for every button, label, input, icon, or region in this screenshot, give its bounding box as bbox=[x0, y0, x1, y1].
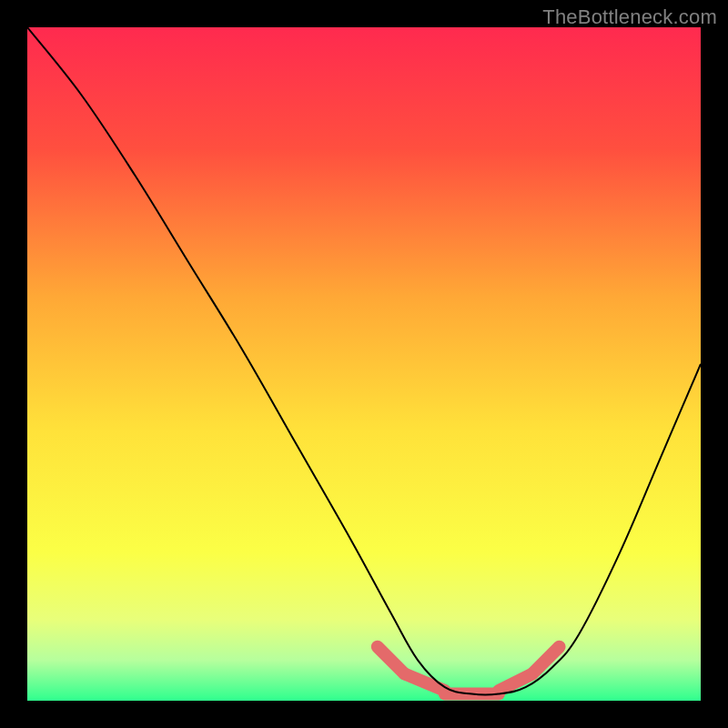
chart-background bbox=[27, 27, 701, 701]
chart-svg bbox=[27, 27, 701, 701]
chart-frame: TheBottleneck.com bbox=[0, 0, 728, 728]
watermark-text: TheBottleneck.com bbox=[542, 5, 717, 29]
chart-plot bbox=[27, 27, 701, 701]
